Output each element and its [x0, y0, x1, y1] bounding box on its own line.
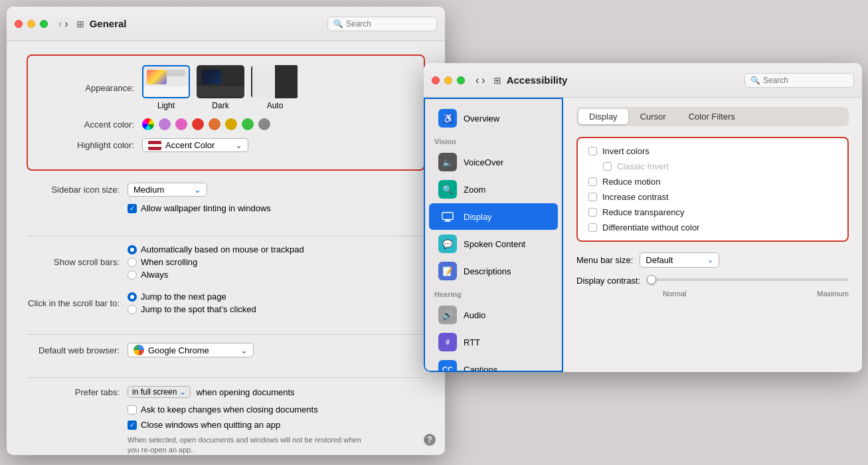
display-tab-bar: Display Cursor Color Filters — [576, 107, 849, 126]
general-search-box[interactable]: 🔍 — [327, 17, 437, 31]
accent-graphite[interactable] — [258, 118, 270, 130]
divider3 — [27, 377, 425, 378]
sidebar-item-captions[interactable]: CC Captions — [429, 356, 558, 372]
vision-section-label: Vision — [425, 132, 562, 148]
reduce-motion-checkbox[interactable] — [588, 177, 597, 186]
menu-bar-size-select[interactable]: Default ⌄ — [640, 252, 719, 268]
captions-icon: CC — [438, 360, 457, 372]
acc-grid-icon[interactable]: ⊞ — [493, 75, 501, 86]
accent-red[interactable] — [192, 118, 204, 130]
grid-icon[interactable]: ⊞ — [76, 19, 84, 29]
scroll-bars-row: Show scroll bars: Automatically based on… — [27, 244, 425, 280]
accessibility-titlebar: ‹ › ⊞ Accessibility 🔍 — [424, 63, 862, 98]
acc-maximize-button[interactable] — [457, 76, 465, 84]
chrome-icon — [133, 345, 144, 355]
prefer-tabs-select[interactable]: in full screen ⌄ — [128, 386, 191, 398]
divider2 — [27, 334, 425, 335]
acc-forward-arrow-icon[interactable]: › — [481, 74, 485, 86]
sidebar-item-audio[interactable]: 🔊 Audio — [429, 302, 558, 328]
tab-cursor[interactable]: Cursor — [630, 109, 677, 124]
svg-rect-0 — [442, 213, 453, 220]
accent-color-label: Accent color: — [41, 120, 134, 130]
menu-bar-size-row: Menu bar size: Default ⌄ — [576, 252, 849, 268]
browser-select[interactable]: Google Chrome ⌄ — [128, 343, 254, 357]
accent-orange[interactable] — [209, 118, 220, 130]
tab-color-filters[interactable]: Color Filters — [678, 109, 746, 124]
reduce-transparency-label: Reduce transparency — [602, 207, 685, 217]
accent-pink[interactable] — [175, 118, 187, 130]
menu-bar-size-value: Default — [646, 255, 673, 265]
accent-multicolor[interactable] — [142, 118, 154, 130]
acc-nav-arrows: ‹ › — [476, 74, 485, 86]
jump-next-radio[interactable] — [128, 292, 137, 302]
ask-keep-row: Ask to keep changes when closing documen… — [128, 405, 425, 415]
jump-spot-radio[interactable] — [128, 305, 137, 314]
acc-close-button[interactable] — [432, 76, 440, 84]
menu-bar-chevron-icon: ⌄ — [707, 256, 713, 264]
differentiate-color-checkbox[interactable] — [588, 223, 597, 232]
classic-invert-checkbox[interactable] — [603, 162, 612, 171]
accessibility-title: Accessibility — [507, 74, 568, 86]
appearance-auto[interactable]: Auto — [251, 65, 299, 110]
appearance-options: Light Dark Auto — [142, 65, 299, 110]
general-content: Appearance: Light Dark Auto — [7, 41, 445, 455]
close-button[interactable] — [15, 20, 23, 28]
appearance-light[interactable]: Light — [142, 65, 190, 110]
sidebar-item-descriptions[interactable]: 📝 Descriptions — [429, 258, 558, 284]
click-scroll-label: Click in the scroll bar to: — [27, 298, 120, 308]
maximize-button[interactable] — [40, 20, 48, 28]
scroll-auto-radio[interactable] — [128, 245, 137, 254]
sidebar-item-rtt[interactable]: # RTT — [429, 329, 558, 355]
jump-next-row: Jump to the next page — [128, 292, 256, 302]
browser-chevron-icon: ⌄ — [240, 345, 248, 355]
scroll-always-radio[interactable] — [128, 270, 137, 280]
dark-thumb — [197, 65, 244, 98]
audio-icon: 🔊 — [438, 306, 457, 324]
zoom-icon: 🔍 — [438, 180, 457, 199]
scroll-when-radio[interactable] — [128, 258, 137, 267]
reduce-transparency-checkbox[interactable] — [588, 208, 597, 217]
accessibility-main: Display Cursor Color Filters Invert colo… — [563, 98, 862, 372]
sidebar-icon-select[interactable]: Medium ⌄ — [128, 183, 207, 197]
ask-keep-label: Ask to keep changes when closing documen… — [141, 405, 318, 415]
voiceover-icon: 🔈 — [438, 153, 457, 171]
forward-arrow-icon[interactable]: › — [64, 18, 68, 30]
sidebar-item-spoken-content[interactable]: 💬 Spoken Content — [429, 231, 558, 257]
back-arrow-icon[interactable]: ‹ — [58, 18, 62, 30]
close-windows-checkbox[interactable]: ✓ — [128, 420, 137, 430]
highlight-color-select[interactable]: Accent Color ⌄ — [142, 138, 248, 152]
light-thumb — [142, 65, 190, 98]
sidebar-spoken-label: Spoken Content — [464, 239, 525, 249]
sidebar-item-zoom[interactable]: 🔍 Zoom — [429, 176, 558, 203]
accent-yellow[interactable] — [225, 118, 237, 130]
invert-colors-checkbox[interactable] — [588, 147, 597, 155]
highlight-color-label: Highlight color: — [41, 140, 134, 150]
rtt-icon: # — [438, 333, 457, 351]
increase-contrast-checkbox[interactable] — [588, 193, 597, 201]
general-help-button[interactable]: ? — [424, 434, 436, 446]
ask-keep-checkbox[interactable] — [128, 405, 137, 415]
acc-minimize-button[interactable] — [444, 76, 452, 84]
highlight-value: Accent Color — [165, 140, 215, 150]
sidebar-descriptions-label: Descriptions — [464, 266, 511, 276]
contrast-slider[interactable] — [647, 278, 849, 284]
general-search-input[interactable] — [346, 19, 431, 29]
accessibility-search-box[interactable]: 🔍 — [744, 73, 854, 88]
sidebar-item-display[interactable]: Display — [429, 203, 558, 230]
click-scroll-group: Jump to the next page Jump to the spot t… — [128, 292, 256, 314]
sidebar-item-overview[interactable]: ♿ Overview — [429, 105, 558, 132]
auto-label: Auto — [267, 101, 284, 110]
appearance-dark[interactable]: Dark — [197, 65, 244, 110]
contrast-thumb[interactable] — [647, 275, 656, 284]
wallpaper-tinting-checkbox[interactable]: ✓ — [128, 204, 137, 213]
tab-display[interactable]: Display — [578, 109, 628, 124]
acc-back-arrow-icon[interactable]: ‹ — [476, 74, 479, 86]
accent-green[interactable] — [242, 118, 254, 130]
acc-search-input[interactable] — [763, 76, 848, 85]
accent-purple[interactable] — [159, 118, 171, 130]
menu-bar-size-label: Menu bar size: — [576, 255, 633, 265]
minimize-button[interactable] — [27, 20, 35, 28]
sidebar-captions-label: Captions — [464, 365, 497, 373]
reduce-motion-label: Reduce motion — [602, 177, 660, 187]
sidebar-item-voiceover[interactable]: 🔈 VoiceOver — [429, 149, 558, 175]
